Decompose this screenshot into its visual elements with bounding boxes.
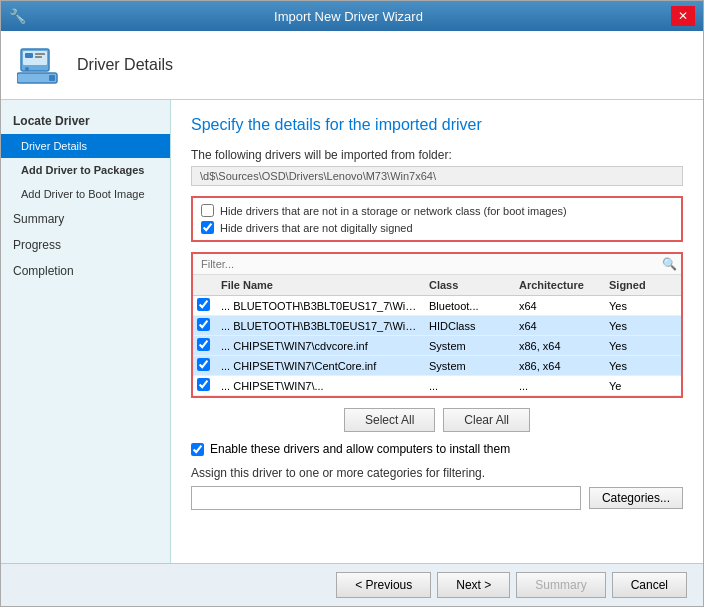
row-signed-5: Ye [605,378,665,394]
row-check-5[interactable] [193,376,217,395]
categories-section: Assign this driver to one or more catego… [191,466,683,510]
row-filename-3: ... CHIPSET\WIN7\cdvcore.inf [217,338,425,354]
table-row: ... BLUETOOTH\B3BLT0EUS17_7\Win64\btwl2c… [193,296,681,316]
col-check [193,277,217,293]
folder-section: The following drivers will be imported f… [191,148,683,186]
row-check-1[interactable] [193,296,217,315]
main-window: 🔧 Import New Driver Wizard ✕ Driver Deta… [0,0,704,607]
cancel-button[interactable]: Cancel [612,572,687,598]
main-content: Locate Driver Driver Details Add Driver … [1,100,703,563]
row-arch-2: x64 [515,318,605,334]
filter-box: Hide drivers that are not in a storage o… [191,196,683,242]
col-scroll [665,277,681,293]
row-arch-4: x86, x64 [515,358,605,374]
sidebar-item-locate-driver[interactable]: Locate Driver [1,108,170,134]
sidebar-item-driver-details[interactable]: Driver Details [1,134,170,158]
clear-all-button[interactable]: Clear All [443,408,530,432]
svg-rect-4 [35,56,42,58]
row-class-4: System [425,358,515,374]
enable-checkbox[interactable] [191,443,204,456]
previous-button[interactable]: < Previous [336,572,431,598]
filter-row-1: Hide drivers that are not in a storage o… [201,204,673,217]
sidebar-item-completion[interactable]: Completion [1,258,170,284]
col-arch: Architecture [515,277,605,293]
row-signed-1: Yes [605,298,665,314]
page-title: Specify the details for the imported dri… [191,116,683,134]
row-check-3[interactable] [193,336,217,355]
filter-input[interactable] [197,256,662,272]
row-class-1: Bluetoot... [425,298,515,314]
file-list-section: 🔍 File Name Class Architecture Signed ..… [191,252,683,398]
next-button[interactable]: Next > [437,572,510,598]
svg-rect-7 [49,75,55,81]
table-action-buttons: Select All Clear All [191,408,683,432]
title-bar: 🔧 Import New Driver Wizard ✕ [1,1,703,31]
enable-label: Enable these drivers and allow computers… [210,442,510,456]
sidebar-item-progress[interactable]: Progress [1,232,170,258]
window-title: Import New Driver Wizard [26,9,671,24]
row-filename-5: ... CHIPSET\WIN7\... [217,378,425,394]
row-check-4[interactable] [193,356,217,375]
header-title: Driver Details [77,56,173,74]
enable-row: Enable these drivers and allow computers… [191,442,683,456]
row-class-2: HIDClass [425,318,515,334]
categories-input[interactable] [191,486,581,510]
hide-unsigned-checkbox[interactable] [201,221,214,234]
row-signed-4: Yes [605,358,665,374]
summary-button[interactable]: Summary [516,572,605,598]
row-class-5: ... [425,378,515,394]
folder-label: The following drivers will be imported f… [191,148,683,162]
svg-rect-5 [25,67,29,71]
hide-non-storage-label: Hide drivers that are not in a storage o… [220,205,567,217]
sidebar-item-summary[interactable]: Summary [1,206,170,232]
row-check-2[interactable] [193,316,217,335]
row-arch-1: x64 [515,298,605,314]
row-arch-5: ... [515,378,605,394]
col-signed: Signed [605,277,665,293]
table-row: ... CHIPSET\WIN7\cdvcore.inf System x86,… [193,336,681,356]
table-row: ... CHIPSET\WIN7\... ... ... Ye [193,376,681,396]
footer: < Previous Next > Summary Cancel [1,563,703,606]
row-arch-3: x86, x64 [515,338,605,354]
driver-icon [17,41,65,89]
window-icon: 🔧 [9,8,26,24]
row-signed-2: Yes [605,318,665,334]
row-filename-4: ... CHIPSET\WIN7\CentCore.inf [217,358,425,374]
categories-label: Assign this driver to one or more catego… [191,466,683,480]
close-button[interactable]: ✕ [671,6,695,26]
svg-rect-2 [25,53,33,58]
table-row: ... CHIPSET\WIN7\CentCore.inf System x86… [193,356,681,376]
content-area: Specify the details for the imported dri… [171,100,703,563]
col-class: Class [425,277,515,293]
hide-unsigned-label: Hide drivers that are not digitally sign… [220,222,413,234]
table-body[interactable]: ... BLUETOOTH\B3BLT0EUS17_7\Win64\btwl2c… [193,296,681,396]
categories-button[interactable]: Categories... [589,487,683,509]
hide-non-storage-checkbox[interactable] [201,204,214,217]
folder-path: \d$\Sources\OSD\Drivers\Lenovo\M73\Win7x… [191,166,683,186]
svg-rect-3 [35,53,45,55]
header-section: Driver Details [1,31,703,100]
table-header: File Name Class Architecture Signed [193,275,681,296]
row-class-3: System [425,338,515,354]
table-row: ... BLUETOOTH\B3BLT0EUS17_7\Win64\btwrch… [193,316,681,336]
categories-row: Categories... [191,486,683,510]
sidebar-item-add-to-packages[interactable]: Add Driver to Packages [1,158,170,182]
sidebar-item-add-to-boot-image[interactable]: Add Driver to Boot Image [1,182,170,206]
select-all-button[interactable]: Select All [344,408,435,432]
row-filename-2: ... BLUETOOTH\B3BLT0EUS17_7\Win64\btwrch… [217,318,425,334]
filter-input-row: 🔍 [193,254,681,275]
filter-row-2: Hide drivers that are not digitally sign… [201,221,673,234]
col-filename: File Name [217,277,425,293]
row-filename-1: ... BLUETOOTH\B3BLT0EUS17_7\Win64\btwl2c… [217,298,425,314]
sidebar: Locate Driver Driver Details Add Driver … [1,100,171,563]
row-signed-3: Yes [605,338,665,354]
search-icon: 🔍 [662,257,677,271]
